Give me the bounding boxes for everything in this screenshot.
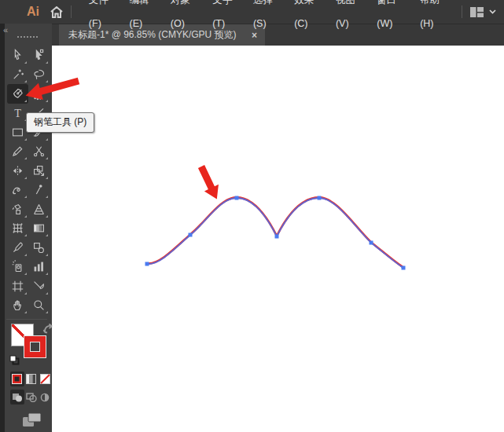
menu-view[interactable]: 视图(V) [328, 0, 369, 35]
hand-tool[interactable] [7, 296, 28, 316]
draw-inside-button[interactable] [38, 390, 52, 405]
pen-path-drawing [52, 46, 504, 432]
default-fill-stroke-icon[interactable] [9, 354, 20, 368]
menu-effect[interactable]: 效果(C) [286, 0, 328, 35]
svg-text:T: T [14, 107, 21, 119]
menubar: Ai 文件(F)编辑(E)对象(O)文字(T)选择(S)效果(C)视图(V)窗口… [0, 0, 504, 24]
menu-list: 文件(F)编辑(E)对象(O)文字(T)选择(S)效果(C)视图(V)窗口(W)… [81, 0, 454, 35]
live-paint-bucket-tool[interactable] [7, 200, 28, 219]
appearance-buttons [10, 372, 52, 386]
scissors-tool[interactable] [28, 142, 50, 162]
pen-tool[interactable] [7, 84, 28, 104]
curvature-tool[interactable] [28, 84, 50, 104]
menu-object[interactable]: 对象(O) [163, 0, 204, 35]
anchor-point[interactable] [318, 196, 322, 200]
menu-type[interactable]: 文字(T) [204, 0, 245, 35]
rectangle-tool[interactable] [7, 123, 28, 142]
slice-tool[interactable] [28, 276, 50, 296]
eyedropper-tool[interactable] [7, 238, 28, 258]
illustrator-window: Ai 文件(F)编辑(E)对象(O)文字(T)选择(S)效果(C)视图(V)窗口… [0, 0, 504, 432]
tools-panel: « T [0, 24, 52, 432]
selection-tool[interactable] [7, 46, 28, 65]
draw-normal-button[interactable] [10, 390, 24, 405]
zoom-tool[interactable] [28, 296, 50, 316]
toolbar-divider [6, 319, 47, 320]
mesh-tool[interactable] [7, 219, 28, 239]
anchor-point[interactable] [189, 233, 193, 237]
menu-window[interactable]: 窗口(W) [369, 0, 412, 35]
illustrator-logo[interactable]: Ai [27, 5, 39, 19]
gradient-button[interactable] [24, 372, 39, 386]
swap-fill-stroke-icon[interactable] [43, 323, 53, 337]
draw-behind-button[interactable] [24, 390, 39, 405]
column-graph-tool[interactable] [28, 258, 50, 277]
puppet-warp-tool[interactable] [28, 181, 50, 200]
path-selection-highlight[interactable] [147, 198, 403, 268]
none-button[interactable] [38, 372, 52, 386]
width-tool[interactable] [7, 161, 28, 181]
workspace-switcher-icon[interactable] [470, 7, 484, 17]
tool-grid: T [5, 46, 52, 315]
menu-select[interactable]: 选择(S) [245, 0, 286, 35]
anchor-point[interactable] [402, 266, 406, 270]
panel-drag-handle[interactable] [17, 36, 38, 38]
menu-file[interactable]: 文件(F) [81, 0, 122, 35]
anchor-point[interactable] [145, 262, 149, 266]
anchor-point[interactable] [275, 235, 279, 239]
tools-panel-header: « [5, 24, 52, 46]
symbol-sprayer-tool[interactable] [7, 258, 28, 277]
magic-wand-tool[interactable] [7, 65, 28, 85]
perspective-grid-tool[interactable] [28, 200, 50, 219]
drawing-mode-buttons [10, 390, 52, 405]
artboard-canvas[interactable] [52, 46, 504, 432]
menu-help[interactable]: 帮助(H) [412, 0, 454, 35]
screen-mode-button[interactable] [22, 412, 52, 430]
stroke-swatch-hole [30, 342, 40, 352]
collapse-panel-icon[interactable]: « [3, 25, 7, 35]
menubar-right [454, 5, 496, 18]
anchor-point[interactable] [370, 241, 373, 245]
color-button[interactable] [10, 372, 24, 386]
artboard-tool[interactable] [7, 276, 28, 296]
anchor-point[interactable] [235, 196, 239, 200]
menubar-divider [71, 5, 72, 18]
warp-tool[interactable] [7, 181, 28, 200]
direct-selection-tool[interactable] [28, 46, 50, 65]
pen-tool-tooltip: 钢笔工具 (P) [26, 112, 94, 133]
home-icon[interactable] [50, 6, 63, 18]
stroke-color-swatch[interactable] [24, 335, 46, 358]
menubar-divider [462, 5, 462, 18]
menu-edit[interactable]: 编辑(E) [122, 0, 163, 35]
gradient-tool[interactable] [28, 219, 50, 239]
shaper-tool[interactable] [7, 142, 28, 162]
fill-stroke-controls [5, 323, 52, 368]
blend-tool[interactable] [28, 238, 50, 258]
free-transform-tool[interactable] [28, 161, 50, 181]
lasso-tool[interactable] [28, 65, 50, 85]
type-tool[interactable]: T [7, 104, 28, 123]
chevron-down-icon[interactable] [489, 9, 496, 14]
